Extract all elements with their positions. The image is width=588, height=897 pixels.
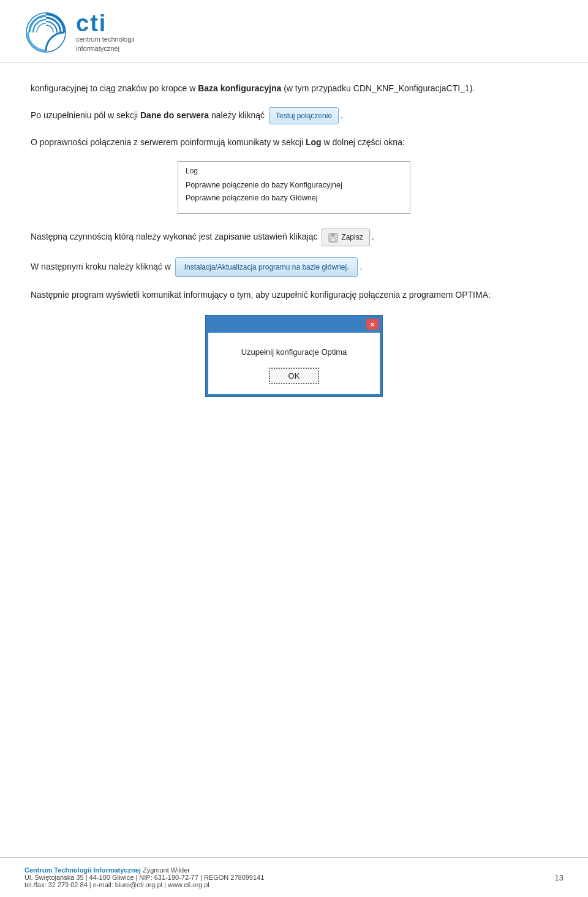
para3-bold: Log bbox=[306, 137, 324, 147]
para3-pre: O poprawności połączenia z serwerem poin… bbox=[31, 137, 303, 147]
para5-end: . bbox=[360, 262, 362, 271]
paragraph-4: Następną czynnością którą należy wykonać… bbox=[31, 229, 557, 246]
paragraph-3: O poprawności połączenia z serwerem poin… bbox=[31, 135, 557, 150]
paragraph-1: konfiguracyjnej to ciąg znaków po kropce… bbox=[31, 81, 557, 96]
dialog-ok-button[interactable]: OK bbox=[269, 368, 320, 384]
test-connection-button[interactable]: Testuj połączenie bbox=[269, 107, 339, 124]
svg-rect-2 bbox=[331, 233, 335, 237]
save-button-label: Zapisz bbox=[341, 231, 363, 243]
log-box: Log Poprawne połączenie do bazy Konfigur… bbox=[178, 161, 410, 214]
para1-bold: Baza konfiguracyjna bbox=[198, 83, 281, 93]
para4-end: . bbox=[372, 232, 374, 241]
svg-rect-4 bbox=[331, 239, 335, 241]
save-disk-icon bbox=[328, 233, 338, 243]
footer-address: Ul. Świętojańska 35 | 44-100 Gliwice | N… bbox=[24, 874, 264, 881]
para5-pre: W następnym kroku należy kliknąć w bbox=[31, 262, 171, 271]
log-line-1: Poprawne połączenie do bazy Konfiguracyj… bbox=[186, 179, 402, 192]
dialog-body: Uzupełnij konfiguracje Optima OK bbox=[208, 333, 380, 394]
para1-text: konfiguracyjnej to ciąg znaków po kropce… bbox=[31, 83, 195, 93]
footer-page-number: 13 bbox=[555, 873, 564, 882]
dialog-container: × Uzupełnij konfiguracje Optima OK bbox=[31, 315, 557, 397]
para3-end: w dolnej części okna: bbox=[324, 137, 405, 147]
dialog-window: × Uzupełnij konfiguracje Optima OK bbox=[205, 315, 383, 397]
dialog-titlebar: × bbox=[206, 316, 382, 333]
log-box-container: Log Poprawne połączenie do bazy Konfigur… bbox=[31, 161, 557, 214]
para2-bold: Dane do serwera bbox=[140, 110, 211, 120]
paragraph-6: Następnie program wyświetli komunikat in… bbox=[31, 288, 557, 303]
install-update-button[interactable]: Instalacja/Aktualizacja programu na bazi… bbox=[175, 257, 358, 277]
para1-cont2: (w tym przypadku CDN_KNF_KonfiguracjaCTI… bbox=[284, 83, 475, 93]
paragraph-2: Po uzupełnieniu pól w sekcji Dane do ser… bbox=[31, 107, 557, 124]
log-line-2: Poprawne połączenie do bazy Głównej bbox=[186, 192, 402, 205]
para2-end: . bbox=[341, 110, 343, 120]
paragraph-5: W następnym kroku należy kliknąć w Insta… bbox=[31, 257, 557, 277]
logo-text: cti centrum technologii informatycznej bbox=[76, 12, 134, 54]
logo-subtitle: centrum technologii informatycznej bbox=[76, 35, 134, 54]
page-footer: Centrum Technologii Informatycznej Zygmu… bbox=[0, 857, 588, 897]
save-button[interactable]: Zapisz bbox=[322, 229, 369, 246]
footer-left: Centrum Technologii Informatycznej Zygmu… bbox=[24, 866, 264, 888]
para2-pre: Po uzupełnieniu pól w sekcji bbox=[31, 110, 138, 120]
logo-area: cti centrum technologii informatycznej bbox=[24, 11, 134, 54]
log-title: Log bbox=[186, 167, 402, 175]
main-content: konfiguracyjnej to ciąg znaków po kropce… bbox=[0, 63, 588, 477]
footer-company-name: Centrum Technologii Informatycznej bbox=[24, 866, 141, 874]
dialog-message: Uzupełnij konfiguracje Optima bbox=[241, 347, 347, 357]
footer-contact: tel./fax: 32 279 02 84 | e-mail: biuro@c… bbox=[24, 881, 264, 888]
page-header: cti centrum technologii informatycznej bbox=[0, 0, 588, 63]
cti-logo-icon bbox=[24, 11, 67, 54]
logo-cti-text: cti bbox=[76, 12, 134, 35]
dialog-close-button[interactable]: × bbox=[366, 319, 379, 330]
para4-pre: Następną czynnością którą należy wykonać… bbox=[31, 232, 317, 241]
footer-company-line: Centrum Technologii Informatycznej Zygmu… bbox=[24, 866, 264, 874]
para2-mid: należy kliknąć bbox=[211, 110, 265, 120]
